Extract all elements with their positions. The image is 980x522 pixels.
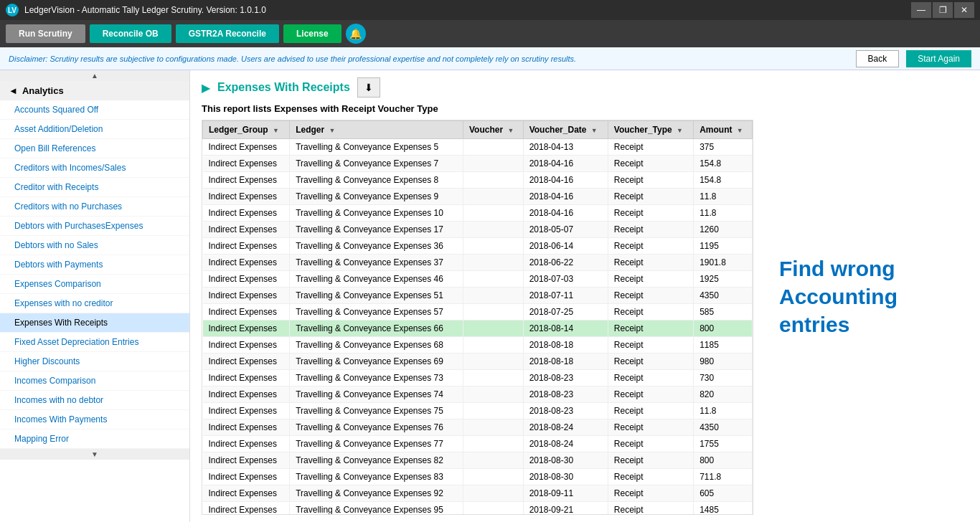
sidebar-scroll-up[interactable]: ▲: [0, 70, 189, 81]
sidebar-item-debtors-purchases-expenses[interactable]: Debtors with PurchasesExpenses: [0, 217, 189, 236]
col-amount[interactable]: Amount ▼: [694, 121, 753, 139]
table-cell: 585: [694, 304, 753, 321]
table-row[interactable]: Indirect ExpensesTravelling & Conveyance…: [203, 386, 753, 403]
col-ledger-group[interactable]: Ledger_Group ▼: [203, 121, 290, 139]
table-row[interactable]: Indirect ExpensesTravelling & Conveyance…: [203, 288, 753, 304]
col-ledger[interactable]: Ledger ▼: [290, 121, 463, 139]
table-cell: Indirect Expenses: [203, 386, 290, 403]
toolbar: Run Scrutiny Reconcile OB GSTR2A Reconci…: [0, 20, 980, 47]
table-row[interactable]: Indirect ExpensesTravelling & Conveyance…: [203, 222, 753, 238]
table-row[interactable]: Indirect ExpensesTravelling & Conveyance…: [203, 156, 753, 172]
start-again-button[interactable]: Start Again: [906, 50, 971, 67]
table-cell: 375: [694, 139, 753, 156]
table-cell: 2018-04-16: [523, 189, 608, 205]
table-cell: Travelling & Conveyance Expenses 51: [290, 288, 463, 304]
sidebar-item-debtors-with-payments[interactable]: Debtors with Payments: [0, 255, 189, 275]
sidebar-item-higher-discounts[interactable]: Higher Discounts: [0, 352, 189, 371]
table-row[interactable]: Indirect ExpensesTravelling & Conveyance…: [203, 370, 753, 386]
table-cell: Indirect Expenses: [203, 304, 290, 321]
sidebar-item-asset-addition-deletion[interactable]: Asset Addition/Deletion: [0, 120, 189, 139]
table-row[interactable]: Indirect ExpensesTravelling & Conveyance…: [203, 419, 753, 436]
table-cell: Receipt: [608, 238, 693, 255]
table-cell: 2018-09-21: [523, 502, 608, 516]
table-row[interactable]: Indirect ExpensesTravelling & Conveyance…: [203, 139, 753, 156]
window-controls[interactable]: — ❐ ✕: [911, 2, 974, 18]
table-cell: Receipt: [608, 353, 693, 370]
sidebar-item-open-bill-references[interactable]: Open Bill References: [0, 139, 189, 158]
table-cell: Receipt: [608, 288, 693, 304]
table-cell: 11.8: [694, 403, 753, 419]
table-cell: 1485: [694, 502, 753, 516]
download-icon: ⬇: [364, 82, 373, 93]
sidebar-item-creditor-with-receipts[interactable]: Creditor with Receipts: [0, 178, 189, 197]
table-row[interactable]: Indirect ExpensesTravelling & Conveyance…: [203, 304, 753, 321]
app-icon: LV: [6, 4, 19, 16]
minimize-button[interactable]: —: [911, 2, 931, 18]
table-cell: Travelling & Conveyance Expenses 75: [290, 403, 463, 419]
filter-icon-amount[interactable]: ▼: [737, 127, 743, 134]
notification-bell-icon[interactable]: 🔔: [346, 24, 366, 44]
report-description: This report lists Expenses with Receipt …: [202, 103, 753, 114]
run-scrutiny-button[interactable]: Run Scrutiny: [6, 24, 85, 43]
sidebar-item-accounts-squared-off[interactable]: Accounts Squared Off: [0, 100, 189, 120]
sidebar-item-incomes-no-debtor[interactable]: Incomes with no debtor: [0, 391, 189, 410]
table-cell: [463, 321, 523, 337]
sidebar-item-mapping-error[interactable]: Mapping Error: [0, 430, 189, 449]
table-row[interactable]: Indirect ExpensesTravelling & Conveyance…: [203, 452, 753, 469]
reconcile-ob-button[interactable]: Reconcile OB: [90, 24, 171, 43]
table-cell: 800: [694, 321, 753, 337]
license-button[interactable]: License: [283, 24, 341, 43]
close-button[interactable]: ✕: [954, 2, 974, 18]
table-cell: 2018-08-18: [523, 337, 608, 353]
disclaimer-bar: Disclaimer: Scrutiny results are subject…: [0, 47, 980, 70]
table-cell: 2018-08-14: [523, 321, 608, 337]
sidebar-item-incomes-comparison[interactable]: Incomes Comparison: [0, 371, 189, 391]
table-row[interactable]: Indirect ExpensesTravelling & Conveyance…: [203, 321, 753, 337]
table-cell: 980: [694, 353, 753, 370]
sidebar-item-creditors-incomes-sales[interactable]: Creditors with Incomes/Sales: [0, 158, 189, 178]
table-row[interactable]: Indirect ExpensesTravelling & Conveyance…: [203, 353, 753, 370]
col-voucher-date[interactable]: Voucher_Date ▼: [523, 121, 608, 139]
table-row[interactable]: Indirect ExpensesTravelling & Conveyance…: [203, 255, 753, 271]
table-cell: Indirect Expenses: [203, 156, 290, 172]
table-row[interactable]: Indirect ExpensesTravelling & Conveyance…: [203, 502, 753, 516]
filter-icon-ledger[interactable]: ▼: [329, 127, 336, 134]
table-row[interactable]: Indirect ExpensesTravelling & Conveyance…: [203, 436, 753, 452]
table-row[interactable]: Indirect ExpensesTravelling & Conveyance…: [203, 271, 753, 288]
sidebar-item-expenses-no-creditor[interactable]: Expenses with no creditor: [0, 294, 189, 313]
table-cell: 2018-07-11: [523, 288, 608, 304]
table-row[interactable]: Indirect ExpensesTravelling & Conveyance…: [203, 403, 753, 419]
sidebar-scroll-down[interactable]: ▼: [0, 449, 189, 460]
table-row[interactable]: Indirect ExpensesTravelling & Conveyance…: [203, 337, 753, 353]
analytics-collapse-icon: ◄: [9, 85, 18, 96]
table-row[interactable]: Indirect ExpensesTravelling & Conveyance…: [203, 189, 753, 205]
table-row[interactable]: Indirect ExpensesTravelling & Conveyance…: [203, 238, 753, 255]
back-button[interactable]: Back: [856, 50, 900, 67]
download-button[interactable]: ⬇: [357, 77, 380, 98]
table-cell: Indirect Expenses: [203, 139, 290, 156]
table-cell: [463, 205, 523, 222]
gstr2a-reconcile-button[interactable]: GSTR2A Reconcile: [176, 24, 279, 43]
col-voucher[interactable]: Voucher ▼: [463, 121, 523, 139]
table-row[interactable]: Indirect ExpensesTravelling & Conveyance…: [203, 172, 753, 189]
filter-icon-voucher-type[interactable]: ▼: [677, 127, 683, 134]
table-row[interactable]: Indirect ExpensesTravelling & Conveyance…: [203, 485, 753, 502]
restore-button[interactable]: ❐: [933, 2, 953, 18]
table-cell: Receipt: [608, 403, 693, 419]
table-cell: Travelling & Conveyance Expenses 57: [290, 304, 463, 321]
table-cell: 1195: [694, 238, 753, 255]
sidebar-section-analytics[interactable]: ◄ Analytics: [0, 81, 189, 100]
sidebar-item-fixed-asset-depreciation[interactable]: Fixed Asset Depreciation Entries: [0, 333, 189, 352]
col-voucher-type[interactable]: Voucher_Type ▼: [608, 121, 693, 139]
filter-icon-voucher-date[interactable]: ▼: [591, 127, 598, 134]
sidebar-item-expenses-with-receipts[interactable]: Expenses With Receipts: [0, 313, 189, 333]
table-row[interactable]: Indirect ExpensesTravelling & Conveyance…: [203, 469, 753, 485]
filter-icon-voucher[interactable]: ▼: [507, 127, 514, 134]
sidebar-item-incomes-with-payments[interactable]: Incomes With Payments: [0, 410, 189, 430]
table-row[interactable]: Indirect ExpensesTravelling & Conveyance…: [203, 205, 753, 222]
data-table-container: Ledger_Group ▼ Ledger ▼ Voucher ▼ Vouc: [202, 120, 753, 515]
sidebar-item-creditors-no-purchases[interactable]: Creditors with no Purchases: [0, 197, 189, 217]
sidebar-item-expenses-comparison[interactable]: Expenses Comparison: [0, 275, 189, 294]
sidebar-item-debtors-no-sales[interactable]: Debtors with no Sales: [0, 236, 189, 255]
filter-icon-ledger-group[interactable]: ▼: [273, 127, 279, 134]
